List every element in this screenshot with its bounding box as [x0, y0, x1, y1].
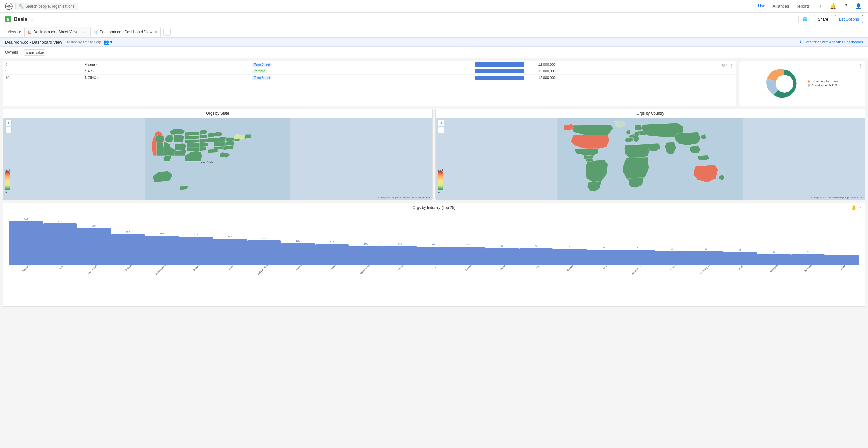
top-nav: 🔍 Lists Alliances Reports ＋ 🔔 ? 👤 — [0, 0, 868, 13]
sheet-tab-close-btn[interactable]: ✕ — [83, 30, 86, 34]
bar-col: 103 — [452, 243, 485, 265]
add-tab-btn[interactable]: + — [163, 28, 171, 36]
search-bar[interactable]: 🔍 — [15, 3, 79, 10]
svg-marker-27 — [208, 137, 214, 142]
bar-label: Investment — [792, 265, 825, 287]
country-map-zoom-in-btn[interactable]: + — [438, 120, 444, 126]
views-dropdown-btn[interactable]: Views ▾ — [5, 28, 23, 35]
pie-legend-item: Crowdfunded 0.72% — [808, 84, 838, 87]
svg-marker-18 — [187, 143, 201, 147]
bar-col: 137 — [247, 237, 281, 265]
nav-reports[interactable]: Reports — [795, 3, 810, 9]
user-avatar-btn[interactable]: 👤 — [854, 2, 863, 11]
bar-chart-title: Orgs by Industry (Top 25) — [3, 203, 865, 212]
bar-col: 92 — [553, 245, 587, 265]
dashboard-tab-icon: 📊 — [94, 30, 98, 34]
pie-legend-label: Private Equity 2.16% — [811, 80, 838, 83]
bar-col: 87 — [621, 246, 655, 265]
row-stage: Term Sheet — [249, 61, 472, 68]
state-map-attribution: © Mapbox © OpenStreetMap Improve this ma… — [378, 196, 431, 199]
analytics-help-link[interactable]: Get Started with Analytics Dashboards — [803, 40, 863, 44]
svg-marker-23 — [199, 135, 207, 138]
bar-label: Learn — [825, 265, 859, 287]
bar-col: 96 — [485, 245, 519, 265]
nav-alliances[interactable]: Alliances — [772, 3, 789, 9]
page-title: Deals — [14, 16, 28, 22]
bar-label: Business Services — [349, 265, 383, 287]
table-widget-actions: ⋮ — [729, 63, 734, 68]
globe-btn[interactable]: 🌐 — [798, 15, 811, 23]
bar-label: Internet Software... — [77, 265, 111, 287]
svg-marker-26 — [199, 147, 206, 151]
widget-more-btn[interactable]: ⋮ — [729, 63, 734, 68]
svg-marker-61 — [624, 144, 650, 159]
dashboard-tab-close-btn[interactable]: ✕ — [155, 30, 157, 34]
row-rank: 10 — [3, 75, 83, 81]
list-options-btn[interactable]: List Options — [835, 15, 863, 23]
share-btn[interactable]: Share — [814, 15, 832, 23]
pie-widget: ⋮ Private Equity 2.16% — [739, 61, 865, 106]
view-name: Dealroom.co - Dashboard View — [5, 40, 62, 44]
row-bar — [473, 61, 536, 68]
bar-col: 244 — [9, 218, 43, 265]
country-map-container[interactable]: + − 324 1 © Mapbox © OpenStreetMap Impro… — [436, 117, 865, 200]
bar-chart-area: 2442312071731631591491371231171081071031… — [3, 212, 865, 287]
app-logo[interactable] — [5, 3, 13, 10]
bar-col: 80 — [689, 247, 723, 265]
bar-col: 149 — [213, 235, 247, 265]
bar-chart-widget-actions: 🔔 ⋮ — [851, 205, 863, 210]
search-input[interactable] — [25, 4, 75, 8]
nav-right: Lists Alliances Reports ＋ 🔔 ? 👤 — [758, 2, 863, 11]
bar-label: Software — [111, 265, 145, 287]
table-row: 9 SAP × Portfolio 12,000,000 — [3, 68, 736, 75]
svg-text:United States: United States — [199, 161, 215, 164]
country-map-legend-max: 324 — [438, 168, 443, 171]
bar-chart-bell-btn[interactable]: 🔔 — [851, 205, 856, 210]
bar-label: Finance — [315, 265, 349, 287]
tab-dashboard-view[interactable]: 📊 Dealroom.co - Dashboard View ✕ — [90, 27, 161, 37]
table-row: 8 Asana × Term Sheet 12,000,000 — [3, 61, 736, 68]
nav-lists[interactable]: Lists — [758, 3, 767, 9]
filter-tag[interactable]: is any value — [22, 49, 47, 56]
table-scroll: 8 Asana × Term Sheet 12,000,000 9 — [3, 61, 736, 81]
svg-point-3 — [776, 75, 793, 93]
country-map-controls: + − — [438, 120, 444, 133]
state-map-svg: United States — [3, 117, 432, 200]
country-map-widget: Orgs by Country — [435, 109, 865, 200]
pie-legend-label: Crowdfunded 0.72% — [811, 84, 837, 87]
top-section: 1m ago ⋮ 8 Asana × Term Sheet — [0, 59, 868, 108]
bar-col: 117 — [315, 241, 349, 265]
state-map-container[interactable]: United States + − 179 1 © Mapbox © OpenS… — [3, 117, 432, 200]
add-icon-btn[interactable]: ＋ — [816, 2, 825, 11]
country-map-zoom-out-btn[interactable]: − — [438, 127, 444, 133]
state-map-title: Orgs by State — [3, 109, 432, 117]
row-name: NGINX × — [83, 75, 249, 81]
help-icon-btn[interactable]: ? — [841, 2, 850, 11]
bar-label: Service — [281, 265, 315, 287]
view-people-icon[interactable]: 👥 ▾ — [103, 39, 112, 44]
bar-label: Technology — [9, 265, 43, 287]
country-map-legend-min: 1 — [438, 190, 443, 193]
country-map-svg — [436, 117, 865, 200]
bar-label: Management — [757, 265, 791, 287]
state-map-zoom-in-btn[interactable]: + — [5, 120, 12, 126]
page-header: 📋 Deals ☆ 🌐 Share List Options — [0, 13, 868, 26]
pie-widget-more-btn[interactable]: ⋮ — [858, 63, 863, 68]
svg-marker-32 — [214, 142, 225, 147]
tab-sheet-view[interactable]: 📋 Dealroom.co - Sheet View * ✕ — [24, 27, 89, 37]
bar-col: 94 — [519, 245, 553, 265]
page-icon: 📋 — [5, 16, 11, 23]
state-map-zoom-out-btn[interactable]: − — [5, 127, 12, 133]
page-title-row: 📋 Deals ☆ — [5, 16, 34, 23]
bar-label: FinTech — [485, 265, 519, 287]
svg-marker-15 — [175, 150, 186, 156]
bar-col: 75 — [723, 248, 757, 265]
svg-marker-30 — [214, 137, 220, 142]
view-bar-right: ℹ Get Started with Analytics Dashboards — [800, 40, 863, 44]
bar-col: 163 — [145, 232, 179, 265]
favorite-star-btn[interactable]: ☆ — [30, 17, 34, 22]
bar-chart-more-btn[interactable]: ⋮ — [858, 205, 863, 210]
notifications-icon-btn[interactable]: 🔔 — [829, 2, 838, 11]
row-bar — [473, 75, 536, 81]
country-map-attribution: © Mapbox © OpenStreetMap Improve this ma… — [811, 196, 864, 199]
